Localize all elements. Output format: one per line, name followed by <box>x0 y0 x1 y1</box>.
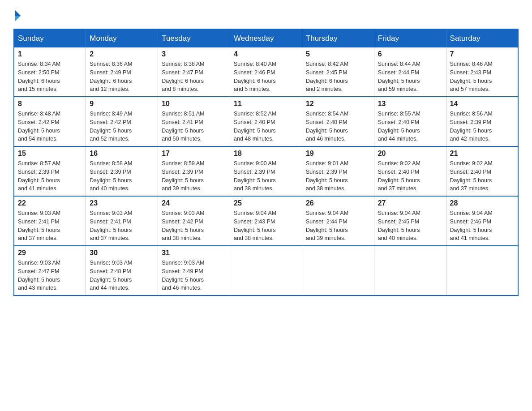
day-info: Sunrise: 9:04 AMSunset: 2:45 PMDaylight:… <box>378 210 420 241</box>
calendar-week-row: 15 Sunrise: 8:57 AMSunset: 2:39 PMDaylig… <box>14 146 518 196</box>
day-info: Sunrise: 8:46 AMSunset: 2:43 PMDaylight:… <box>450 61 493 92</box>
day-info: Sunrise: 9:04 AMSunset: 2:44 PMDaylight:… <box>306 210 348 241</box>
calendar-week-row: 8 Sunrise: 8:48 AMSunset: 2:42 PMDayligh… <box>14 97 518 146</box>
day-number: 13 <box>378 100 442 108</box>
logo-arrow-icon <box>15 10 21 21</box>
day-number: 25 <box>234 199 298 207</box>
day-number: 30 <box>90 249 154 257</box>
calendar-cell: 1 Sunrise: 8:34 AMSunset: 2:50 PMDayligh… <box>14 47 86 97</box>
calendar-cell: 25 Sunrise: 9:04 AMSunset: 2:43 PMDaylig… <box>230 196 302 246</box>
calendar-week-row: 22 Sunrise: 9:03 AMSunset: 2:41 PMDaylig… <box>14 196 518 246</box>
header <box>13 9 519 21</box>
day-info: Sunrise: 8:36 AMSunset: 2:49 PMDaylight:… <box>90 61 132 92</box>
calendar-cell: 22 Sunrise: 9:03 AMSunset: 2:41 PMDaylig… <box>14 196 86 246</box>
calendar-cell: 21 Sunrise: 9:02 AMSunset: 2:40 PMDaylig… <box>446 146 518 196</box>
day-number: 29 <box>18 249 82 257</box>
calendar-cell: 31 Sunrise: 9:03 AMSunset: 2:49 PMDaylig… <box>158 246 230 295</box>
calendar-cell: 5 Sunrise: 8:42 AMSunset: 2:45 PMDayligh… <box>302 47 374 97</box>
day-info: Sunrise: 8:48 AMSunset: 2:42 PMDaylight:… <box>18 111 60 142</box>
calendar-cell: 29 Sunrise: 9:03 AMSunset: 2:47 PMDaylig… <box>14 246 86 295</box>
calendar-cell: 16 Sunrise: 8:58 AMSunset: 2:39 PMDaylig… <box>86 146 158 196</box>
day-info: Sunrise: 9:00 AMSunset: 2:39 PMDaylight:… <box>234 160 276 192</box>
calendar-week-row: 1 Sunrise: 8:34 AMSunset: 2:50 PMDayligh… <box>14 47 518 97</box>
calendar-cell: 24 Sunrise: 9:03 AMSunset: 2:42 PMDaylig… <box>158 196 230 246</box>
page: SundayMondayTuesdayWednesdayThursdayFrid… <box>0 0 532 305</box>
arrow-top <box>15 10 21 16</box>
day-number: 10 <box>162 100 226 108</box>
calendar-cell <box>446 246 518 295</box>
calendar-cell: 27 Sunrise: 9:04 AMSunset: 2:45 PMDaylig… <box>374 196 446 246</box>
calendar-cell: 26 Sunrise: 9:04 AMSunset: 2:44 PMDaylig… <box>302 196 374 246</box>
day-number: 26 <box>306 199 370 207</box>
day-info: Sunrise: 9:03 AMSunset: 2:49 PMDaylight:… <box>162 260 204 291</box>
calendar-cell: 3 Sunrise: 8:38 AMSunset: 2:47 PMDayligh… <box>158 47 230 97</box>
calendar-cell <box>302 246 374 295</box>
day-number: 6 <box>378 50 442 58</box>
calendar-cell: 12 Sunrise: 8:54 AMSunset: 2:40 PMDaylig… <box>302 97 374 146</box>
day-info: Sunrise: 8:40 AMSunset: 2:46 PMDaylight:… <box>234 61 276 92</box>
day-number: 28 <box>450 199 514 207</box>
day-number: 18 <box>234 150 298 158</box>
calendar-week-row: 29 Sunrise: 9:03 AMSunset: 2:47 PMDaylig… <box>14 246 518 295</box>
day-number: 22 <box>18 199 82 207</box>
calendar-cell: 8 Sunrise: 8:48 AMSunset: 2:42 PMDayligh… <box>14 97 86 146</box>
calendar-cell: 4 Sunrise: 8:40 AMSunset: 2:46 PMDayligh… <box>230 47 302 97</box>
day-number: 8 <box>18 100 82 108</box>
weekday-header-row: SundayMondayTuesdayWednesdayThursdayFrid… <box>14 29 518 47</box>
day-number: 11 <box>234 100 298 108</box>
day-number: 31 <box>162 249 226 257</box>
calendar-cell: 9 Sunrise: 8:49 AMSunset: 2:42 PMDayligh… <box>86 97 158 146</box>
calendar-cell <box>374 246 446 295</box>
day-number: 16 <box>90 150 154 158</box>
day-number: 9 <box>90 100 154 108</box>
day-info: Sunrise: 8:56 AMSunset: 2:39 PMDaylight:… <box>450 111 493 142</box>
calendar-cell: 11 Sunrise: 8:52 AMSunset: 2:40 PMDaylig… <box>230 97 302 146</box>
weekday-header-saturday: Saturday <box>446 29 518 47</box>
calendar-cell: 2 Sunrise: 8:36 AMSunset: 2:49 PMDayligh… <box>86 47 158 97</box>
day-info: Sunrise: 8:55 AMSunset: 2:40 PMDaylight:… <box>378 111 420 142</box>
day-number: 23 <box>90 199 154 207</box>
day-number: 15 <box>18 150 82 158</box>
calendar-cell: 15 Sunrise: 8:57 AMSunset: 2:39 PMDaylig… <box>14 146 86 196</box>
calendar-cell: 17 Sunrise: 8:59 AMSunset: 2:39 PMDaylig… <box>158 146 230 196</box>
day-info: Sunrise: 8:34 AMSunset: 2:50 PMDaylight:… <box>18 61 60 92</box>
calendar-table: SundayMondayTuesdayWednesdayThursdayFrid… <box>13 29 519 296</box>
calendar-cell: 6 Sunrise: 8:44 AMSunset: 2:44 PMDayligh… <box>374 47 446 97</box>
day-number: 24 <box>162 199 226 207</box>
weekday-header-friday: Friday <box>374 29 446 47</box>
day-number: 17 <box>162 150 226 158</box>
calendar-cell: 7 Sunrise: 8:46 AMSunset: 2:43 PMDayligh… <box>446 47 518 97</box>
calendar-cell: 20 Sunrise: 9:02 AMSunset: 2:40 PMDaylig… <box>374 146 446 196</box>
day-info: Sunrise: 9:04 AMSunset: 2:43 PMDaylight:… <box>234 210 276 241</box>
day-number: 14 <box>450 100 514 108</box>
day-info: Sunrise: 8:42 AMSunset: 2:45 PMDaylight:… <box>306 61 348 92</box>
day-info: Sunrise: 9:03 AMSunset: 2:48 PMDaylight:… <box>90 260 132 291</box>
day-number: 12 <box>306 100 370 108</box>
day-number: 5 <box>306 50 370 58</box>
day-number: 27 <box>378 199 442 207</box>
day-number: 2 <box>90 50 154 58</box>
calendar-cell: 13 Sunrise: 8:55 AMSunset: 2:40 PMDaylig… <box>374 97 446 146</box>
day-info: Sunrise: 9:03 AMSunset: 2:41 PMDaylight:… <box>90 210 132 241</box>
calendar-cell: 19 Sunrise: 9:01 AMSunset: 2:39 PMDaylig… <box>302 146 374 196</box>
calendar-cell: 23 Sunrise: 9:03 AMSunset: 2:41 PMDaylig… <box>86 196 158 246</box>
day-info: Sunrise: 8:57 AMSunset: 2:39 PMDaylight:… <box>18 160 60 192</box>
day-number: 7 <box>450 50 514 58</box>
day-number: 3 <box>162 50 226 58</box>
day-number: 20 <box>378 150 442 158</box>
weekday-header-thursday: Thursday <box>302 29 374 47</box>
day-info: Sunrise: 9:03 AMSunset: 2:41 PMDaylight:… <box>18 210 60 241</box>
calendar-cell: 14 Sunrise: 8:56 AMSunset: 2:39 PMDaylig… <box>446 97 518 146</box>
day-info: Sunrise: 9:02 AMSunset: 2:40 PMDaylight:… <box>378 160 420 192</box>
day-info: Sunrise: 8:54 AMSunset: 2:40 PMDaylight:… <box>306 111 348 142</box>
day-info: Sunrise: 9:03 AMSunset: 2:47 PMDaylight:… <box>18 260 60 291</box>
weekday-header-tuesday: Tuesday <box>158 29 230 47</box>
logo <box>13 9 21 21</box>
calendar-cell: 30 Sunrise: 9:03 AMSunset: 2:48 PMDaylig… <box>86 246 158 295</box>
weekday-header-monday: Monday <box>86 29 158 47</box>
day-info: Sunrise: 8:51 AMSunset: 2:41 PMDaylight:… <box>162 111 204 142</box>
day-number: 21 <box>450 150 514 158</box>
weekday-header-wednesday: Wednesday <box>230 29 302 47</box>
day-info: Sunrise: 8:52 AMSunset: 2:40 PMDaylight:… <box>234 111 276 142</box>
calendar-cell: 28 Sunrise: 9:04 AMSunset: 2:46 PMDaylig… <box>446 196 518 246</box>
